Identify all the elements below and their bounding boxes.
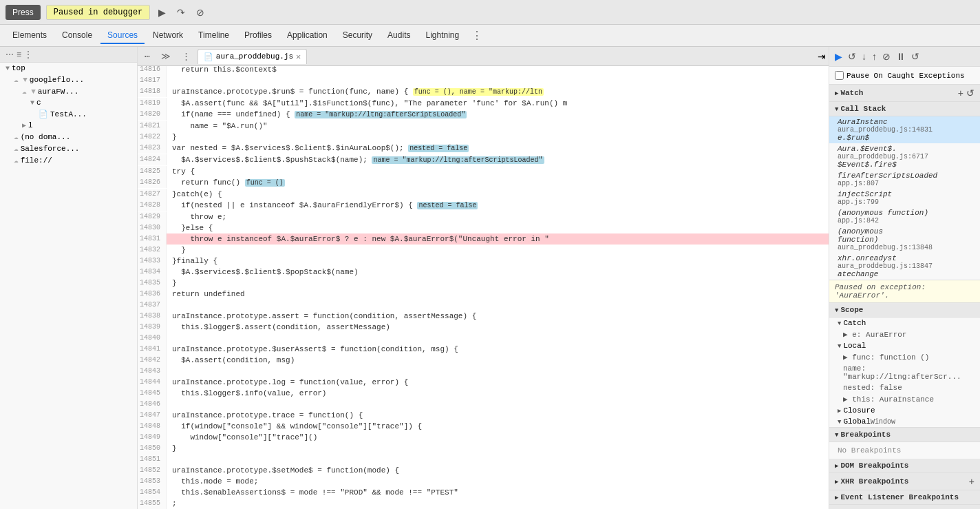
tree-item-file[interactable]: ☁ file:// — [0, 154, 137, 166]
step-over-button[interactable]: ↷ — [174, 6, 188, 19]
code-line-14833[interactable]: 14833}finally { — [138, 256, 829, 267]
watch-add-btn[interactable]: + — [958, 87, 963, 98]
code-line-14832[interactable]: 14832 } — [138, 245, 829, 256]
code-line-14838[interactable]: 14838uraInstance.prototype.assert = func… — [138, 311, 829, 322]
tree-item-salesforce[interactable]: ☁ Salesforce... — [0, 143, 137, 154]
tab-security[interactable]: Security — [336, 28, 379, 44]
scope-local[interactable]: ▼Local — [829, 340, 980, 351]
debug-resume-btn[interactable]: ▶ — [833, 50, 844, 63]
debug-step-back-btn[interactable]: ↺ — [846, 50, 858, 63]
tree-item-l[interactable]: ▶ l — [0, 120, 137, 131]
call-stack-item-0[interactable]: AuraInstanc aura_proddebug.js:14831 e.$r… — [829, 116, 980, 143]
debug-extra-btn[interactable]: ↺ — [910, 50, 921, 63]
call-stack-item-3[interactable]: injectScript app.js:799 — [829, 189, 980, 207]
dom-breakpoints-header[interactable]: ▶DOM Breakpoints — [829, 459, 980, 473]
code-line-14818[interactable]: 14818uraInstance.prototype.$run$ = funct… — [138, 86, 829, 98]
event-listeners-header[interactable]: ▶Event Listeners ↺ — [829, 505, 980, 509]
code-line-14854[interactable]: 14854 this.$enableAssertions$ = mode !==… — [138, 487, 829, 498]
call-stack-item-1[interactable]: Aura.$Event$. aura_proddebug.js:6717 $Ev… — [829, 143, 980, 170]
call-stack-item-6[interactable]: xhr.onreadyst aura_proddebug.js:13847 at… — [829, 253, 980, 280]
tab-console[interactable]: Console — [55, 28, 99, 44]
tree-menu-button[interactable]: ⋮ — [24, 50, 32, 59]
code-line-14849[interactable]: 14849 window["console"]["trace"]() — [138, 432, 829, 443]
tree-back-button[interactable]: ⋯ — [6, 50, 14, 59]
tab-profiles[interactable]: Profiles — [237, 28, 279, 44]
tree-item-testa[interactable]: 📄 TestA... — [0, 108, 137, 120]
code-line-14843[interactable]: 14843 — [138, 366, 829, 377]
tab-sources[interactable]: Sources — [100, 28, 145, 44]
call-stack-section-header[interactable]: ▼Call Stack — [829, 102, 980, 116]
code-line-14844[interactable]: 14844uraInstance.prototype.log = functio… — [138, 377, 829, 388]
tab-timeline[interactable]: Timeline — [191, 28, 236, 44]
tab-menu[interactable]: ⋮ — [178, 50, 195, 63]
code-line-14830[interactable]: 14830 }else { — [138, 222, 829, 233]
event-listener-breakpoints-header[interactable]: ▶Event Listener Breakpoints — [829, 490, 980, 505]
code-line-14825[interactable]: 14825try { — [138, 166, 829, 177]
code-line-14829[interactable]: 14829 throw e; — [138, 211, 829, 222]
code-line-14842[interactable]: 14842 $A.assert(condition, msg) — [138, 355, 829, 366]
debug-step-into-btn[interactable]: ↑ — [871, 50, 878, 63]
code-area[interactable]: 14804if(!override) {14805 throw new $A.$… — [138, 66, 829, 509]
code-line-14848[interactable]: 14848 if(window["console"] && window["co… — [138, 421, 829, 432]
tree-item-c[interactable]: ▼ c — [0, 97, 137, 108]
code-line-14853[interactable]: 14853 this.mode = mode; — [138, 476, 829, 487]
code-line-14822[interactable]: 14822} — [138, 132, 829, 143]
code-line-14820[interactable]: 14820 if(name === undefined) { name = "m… — [138, 109, 829, 121]
pause-caught-checkbox[interactable] — [835, 71, 844, 80]
breakpoints-section-header[interactable]: ▼Breakpoints — [829, 428, 980, 442]
scope-closure[interactable]: ▶Closure — [829, 405, 980, 416]
debug-pause-btn[interactable]: ⏸ — [895, 50, 907, 63]
deactivate-button[interactable]: ⊘ — [193, 6, 207, 19]
code-line-14837[interactable]: 14837 — [138, 300, 829, 311]
xhr-add-btn[interactable]: + — [969, 476, 974, 487]
tab-lightning[interactable]: Lightning — [418, 28, 466, 44]
code-line-14824[interactable]: 14824 $A.$services$.$client$.$pushStack$… — [138, 154, 829, 166]
tab-network[interactable]: Network — [146, 28, 190, 44]
code-line-14821[interactable]: 14821 name = "$A.run()" — [138, 121, 829, 132]
code-line-14817[interactable]: 14817 — [138, 75, 829, 86]
tab-more-left[interactable]: ⋯ — [140, 50, 154, 63]
file-tab-aura[interactable]: 📄 aura_proddebug.js ✕ — [198, 49, 307, 64]
code-line-14845[interactable]: 14845 this.$logger$.info(value, error) — [138, 388, 829, 399]
code-line-14847[interactable]: 14847uraInstance.prototype.trace = funct… — [138, 410, 829, 421]
call-stack-item-2[interactable]: fireAfterScriptsLoaded app.js:807 — [829, 170, 980, 189]
debug-step-over-btn[interactable]: ↓ — [860, 50, 868, 63]
press-button[interactable]: Press — [6, 5, 41, 20]
xhr-breakpoints-header[interactable]: ▶XHR Breakpoints + — [829, 473, 980, 490]
code-line-14826[interactable]: 14826 return func() func = () — [138, 177, 829, 189]
tree-item-nodomain[interactable]: ☁ (no doma... — [0, 131, 137, 143]
tree-item-aurafw[interactable]: ☁ ▼ auraFW... — [0, 85, 137, 97]
code-line-14816[interactable]: 14816 return this.$context$ — [138, 66, 829, 75]
tree-item-top[interactable]: ▼ top — [0, 63, 137, 74]
code-line-14855[interactable]: 14855; — [138, 498, 829, 509]
tab-more-right[interactable]: ≫ — [157, 50, 175, 63]
file-tab-close[interactable]: ✕ — [296, 52, 301, 62]
tree-item-googleflow[interactable]: ☁ ▼ googleflo... — [0, 74, 137, 85]
code-line-14841[interactable]: 14841uraInstance.prototype.$userAssert$ … — [138, 344, 829, 355]
code-line-14819[interactable]: 14819 $A.assert(func && $A["util"].$isFu… — [138, 98, 829, 109]
debug-deactivate-btn[interactable]: ⊘ — [881, 50, 892, 63]
code-line-14835[interactable]: 14835} — [138, 278, 829, 289]
call-stack-item-4[interactable]: (anonymous function) app.js:842 — [829, 207, 980, 226]
code-line-14846[interactable]: 14846 — [138, 399, 829, 410]
nav-more-icon[interactable]: ⋮ — [467, 28, 487, 44]
watch-section-header[interactable]: ▶Watch + ↺ — [829, 85, 980, 102]
code-line-14840[interactable]: 14840 — [138, 333, 829, 344]
code-line-14836[interactable]: 14836return undefined — [138, 289, 829, 300]
scope-global[interactable]: ▼GlobalWindow — [829, 416, 980, 427]
code-line-14834[interactable]: 14834 $A.$services$.$client$.$popStack$(… — [138, 267, 829, 278]
watch-refresh-btn[interactable]: ↺ — [966, 87, 974, 98]
tab-audits[interactable]: Audits — [381, 28, 417, 44]
tree-forward-button[interactable]: ≡ — [17, 50, 21, 59]
code-line-14852[interactable]: 14852uraInstance.prototype.$setMode$ = f… — [138, 465, 829, 476]
code-line-14851[interactable]: 14851 — [138, 454, 829, 465]
code-line-14831[interactable]: 14831 throw e instanceof $A.$auraError$ … — [138, 233, 829, 245]
tab-application[interactable]: Application — [280, 28, 334, 44]
code-line-14827[interactable]: 14827}catch(e) { — [138, 189, 829, 200]
resume-button[interactable]: ▶ — [156, 6, 169, 19]
code-panel-collapse[interactable]: ⇥ — [818, 51, 826, 62]
code-line-14823[interactable]: 14823var nested = $A.$services$.$client$… — [138, 143, 829, 154]
scope-section-header[interactable]: ▼Scope — [829, 303, 980, 318]
code-line-14828[interactable]: 14828 if(nested || e instanceof $A.$aura… — [138, 200, 829, 211]
scope-catch[interactable]: ▼Catch — [829, 318, 980, 329]
